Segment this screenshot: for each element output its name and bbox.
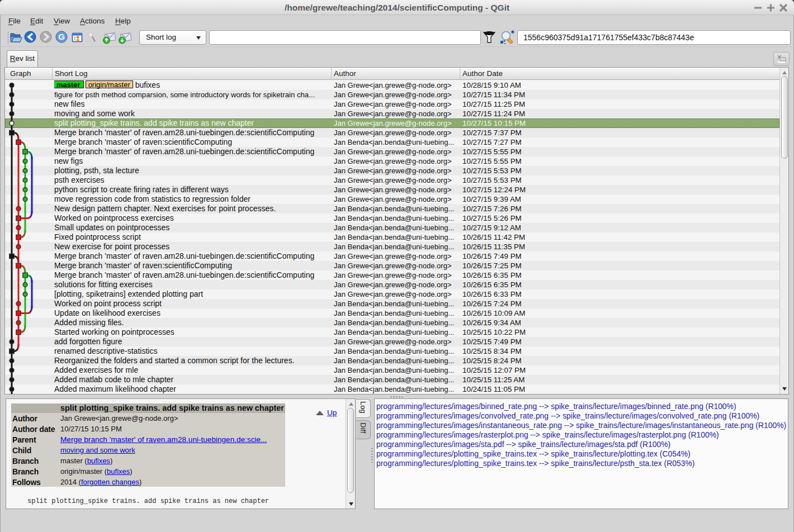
svg-text:G: G — [58, 32, 65, 41]
